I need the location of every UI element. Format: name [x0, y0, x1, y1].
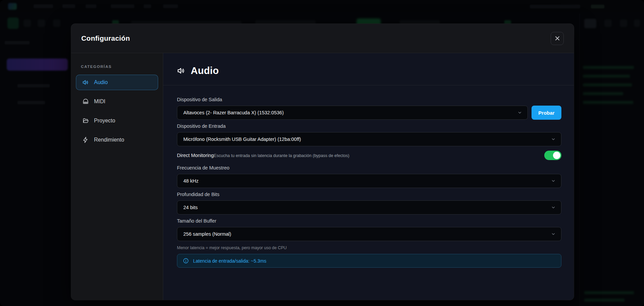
- buffer-size-hint: Menor latencia = mejor respuesta, pero m…: [177, 245, 561, 250]
- folder-open-icon: [82, 117, 89, 124]
- sample-rate-value: 48 kHz: [183, 178, 198, 184]
- output-device-field: Dispositivo de Salida Altavoces (2- Raze…: [177, 97, 561, 120]
- sidebar-item-label: Audio: [94, 79, 108, 85]
- categories-sidebar: CATEGORÍAS Audio MIDI: [71, 53, 163, 300]
- toggle-knob: [553, 152, 560, 159]
- page-title: Audio: [191, 65, 219, 76]
- info-icon: [183, 258, 189, 264]
- modal-body: CATEGORÍAS Audio MIDI: [71, 53, 574, 300]
- audio-form: Dispositivo de Salida Altavoces (2- Raze…: [163, 85, 574, 268]
- chevron-down-icon: [551, 232, 556, 236]
- output-device-label: Dispositivo de Salida: [177, 97, 561, 102]
- page-heading: Audio: [163, 53, 574, 76]
- output-device-select[interactable]: Altavoces (2- Razer Barracuda X) (1532:0…: [177, 106, 528, 120]
- buffer-size-label: Tamaño del Buffer: [177, 218, 561, 224]
- direct-monitoring-row: Direct MonitoringEscucha tu entrada sin …: [177, 151, 561, 160]
- direct-monitoring-description: Escucha tu entrada sin latencia durante …: [214, 153, 350, 158]
- sample-rate-label: Frecuencia de Muestreo: [177, 165, 561, 170]
- sidebar-item-rendimiento[interactable]: Rendimiento: [76, 132, 158, 148]
- input-device-select[interactable]: Micrófono (Rocksmith USB Guitar Adapter)…: [177, 132, 561, 146]
- modal-title: Configuración: [81, 34, 130, 42]
- output-device-value: Altavoces (2- Razer Barracuda X) (1532:0…: [183, 110, 284, 115]
- modal-header: Configuración: [71, 24, 574, 53]
- sidebar-item-audio[interactable]: Audio: [76, 75, 158, 90]
- direct-monitoring-label: Direct Monitoring: [177, 153, 214, 158]
- chevron-down-icon: [551, 179, 556, 183]
- input-device-field: Dispositivo de Entrada Micrófono (Rocksm…: [177, 123, 561, 146]
- bit-depth-value: 24 bits: [183, 205, 198, 210]
- lightning-icon: [82, 137, 89, 143]
- buffer-size-select[interactable]: 256 samples (Normal): [177, 227, 561, 241]
- close-button[interactable]: [551, 32, 564, 45]
- latency-info-text: Latencia de entrada/salida: ~5.3ms: [193, 258, 266, 264]
- categories-header: CATEGORÍAS: [81, 65, 158, 69]
- settings-modal: Configuración CATEGORÍAS: [71, 24, 574, 300]
- test-output-button[interactable]: Probar: [532, 106, 561, 120]
- bit-depth-field: Profundidad de Bits 24 bits: [177, 192, 561, 215]
- buffer-size-field: Tamaño del Buffer 256 samples (Normal): [177, 218, 561, 241]
- latency-info-box: Latencia de entrada/salida: ~5.3ms: [177, 254, 561, 268]
- sidebar-item-label: Proyecto: [94, 118, 115, 124]
- piano-icon: [82, 98, 89, 105]
- bit-depth-label: Profundidad de Bits: [177, 192, 561, 197]
- bit-depth-select[interactable]: 24 bits: [177, 200, 561, 215]
- chevron-down-icon: [517, 110, 522, 115]
- close-icon: [555, 36, 560, 41]
- direct-monitoring-text: Direct MonitoringEscucha tu entrada sin …: [177, 152, 349, 158]
- app-window: Configuración CATEGORÍAS: [0, 0, 644, 306]
- speaker-icon: [177, 67, 185, 75]
- sidebar-item-midi[interactable]: MIDI: [76, 94, 158, 109]
- input-device-label: Dispositivo de Entrada: [177, 123, 561, 129]
- buffer-size-value: 256 samples (Normal): [183, 231, 231, 237]
- audio-settings-panel: Audio Dispositivo de Salida Altavoces (2…: [163, 53, 574, 300]
- chevron-down-icon: [551, 137, 556, 142]
- sidebar-item-label: Rendimiento: [94, 137, 124, 143]
- sample-rate-select[interactable]: 48 kHz: [177, 174, 561, 188]
- sample-rate-field: Frecuencia de Muestreo 48 kHz: [177, 165, 561, 188]
- chevron-down-icon: [551, 205, 556, 210]
- sidebar-item-label: MIDI: [94, 99, 105, 105]
- input-device-value: Micrófono (Rocksmith USB Guitar Adapter)…: [183, 137, 301, 142]
- direct-monitoring-toggle[interactable]: [544, 151, 561, 160]
- speaker-icon: [82, 79, 89, 86]
- sidebar-item-proyecto[interactable]: Proyecto: [76, 113, 158, 128]
